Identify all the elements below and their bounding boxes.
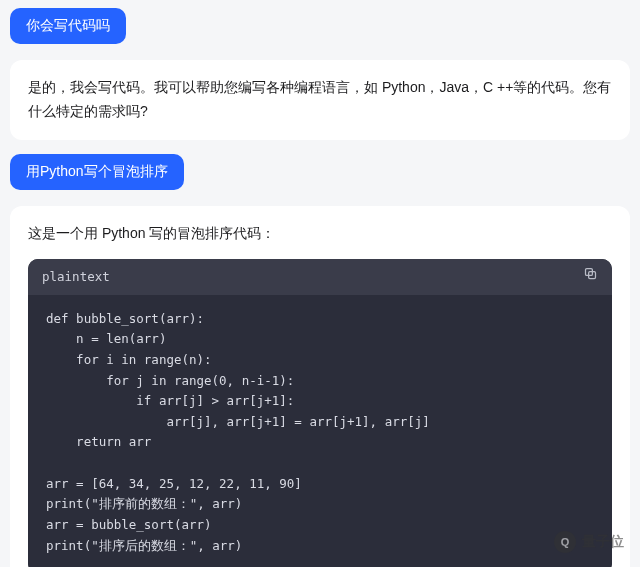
code-block-header: plaintext: [28, 259, 612, 294]
user-message-2: 用Python写个冒泡排序: [10, 154, 184, 190]
assistant-message-1: 是的，我会写代码。我可以帮助您编写各种编程语言，如 Python，Java，C …: [10, 60, 630, 140]
watermark-logo-icon: Q: [554, 531, 576, 553]
code-block: plaintext def bubble_sort(arr): n = len(…: [28, 259, 612, 567]
assistant-reply-intro: 这是一个用 Python 写的冒泡排序代码：: [28, 222, 612, 246]
assistant-message-2: 这是一个用 Python 写的冒泡排序代码： plaintext def bub…: [10, 206, 630, 567]
assistant-message-1-text: 是的，我会写代码。我可以帮助您编写各种编程语言，如 Python，Java，C …: [28, 79, 611, 119]
copy-icon[interactable]: [583, 266, 598, 287]
user-message-2-text: 用Python写个冒泡排序: [26, 163, 168, 179]
user-message-1-text: 你会写代码吗: [26, 17, 110, 33]
code-language-label: plaintext: [42, 266, 110, 287]
watermark: Q 量子位: [554, 531, 624, 553]
user-message-1: 你会写代码吗: [10, 8, 126, 44]
code-block-content[interactable]: def bubble_sort(arr): n = len(arr) for i…: [28, 295, 612, 567]
watermark-text: 量子位: [582, 533, 624, 551]
